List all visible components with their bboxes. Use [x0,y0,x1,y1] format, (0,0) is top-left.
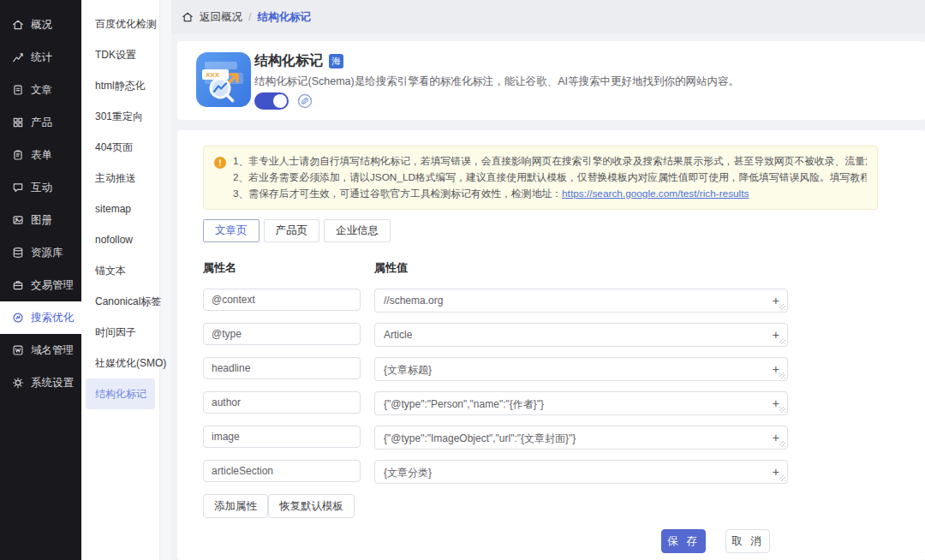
resize-handle[interactable] [779,372,785,378]
insert-variable-icon[interactable]: + [773,465,779,479]
submenu-item-html-static[interactable]: html静态化 [81,70,159,101]
submenu-item-smo[interactable]: 社媒优化(SMO) [81,348,159,378]
sidebar-item-label: 图册 [31,213,52,228]
feature-badge: 海 [329,54,343,69]
submenu-item-tdk[interactable]: TDK设置 [81,39,159,70]
sidebar-item-stats[interactable]: 统计 [0,41,81,74]
insert-variable-icon[interactable]: + [773,294,779,307]
resize-handle[interactable] [779,475,785,481]
breadcrumb-separator: / [248,11,251,23]
property-value-field[interactable]: Article + [374,323,788,347]
sidebar-item-articles[interactable]: 文章 [0,74,81,106]
tab-product-page[interactable]: 产品页 [264,219,320,242]
tab-article-page[interactable]: 文章页 [203,219,260,242]
sidebar-item-overview[interactable]: 概况 [0,9,81,41]
breadcrumb-back-link[interactable]: 返回概况 [200,10,242,25]
resize-handle[interactable] [779,441,785,447]
property-value-field[interactable]: {文章分类} + [374,460,788,484]
submenu-item-anchor[interactable]: 锚文本 [81,255,159,286]
insert-variable-icon[interactable]: + [773,328,779,342]
insert-variable-icon[interactable]: + [773,431,779,444]
sidebar-item-interaction[interactable]: 互动 [0,171,81,204]
insert-variable-icon[interactable]: + [773,396,779,410]
property-value-field[interactable]: {"@type":"ImageObject","url":"{文章封面}"} + [374,426,788,450]
gallery-icon [11,214,24,227]
article-icon [11,84,24,97]
breadcrumb: 返回概况 / 结构化标记 [171,0,925,34]
resize-handle[interactable] [779,304,785,310]
add-property-button[interactable]: 添加属性 [203,494,268,518]
link-icon[interactable] [297,93,313,109]
submenu-item-push[interactable]: 主动推送 [81,163,159,194]
column-header-value: 属性值 [374,260,408,276]
sidebar-item-seo[interactable]: 搜索优化 [0,301,81,334]
schema-editor-card: ! 1、非专业人士请勿自行填写结构化标记，若填写错误，会直接影响网页在搜索引擎的… [177,130,925,560]
resize-handle[interactable] [779,407,785,413]
save-button[interactable]: 保 存 [661,529,706,553]
home-icon [11,19,24,32]
sidebar-item-label: 系统设置 [31,376,74,390]
page: 概况 统计 文章 产品 表单 互动 图册 资源库 [0,0,925,560]
sidebar-item-label: 产品 [31,116,52,130]
column-header-name: 属性名 [203,260,236,276]
property-value-field[interactable]: {文章标题} + [374,357,788,381]
warning-icon: ! [214,157,226,169]
submenu-item-404[interactable]: 404页面 [81,132,159,163]
property-value-field[interactable]: //schema.org + [374,289,788,313]
domain-icon [11,344,24,357]
sidebar-item-products[interactable]: 产品 [0,106,81,139]
property-name-input[interactable] [203,357,361,379]
product-icon [11,116,24,129]
tab-company-info[interactable]: 企业信息 [324,219,391,242]
sidebar-item-label: 表单 [31,148,52,163]
submenu-item-canonical[interactable]: Canonical标签 [81,286,159,317]
svg-text:XXX: XXX [206,71,220,79]
template-tabs: 文章页 产品页 企业信息 [203,219,391,242]
feature-card: XXX 结构化标记 海 结构化标记(Schema)是给搜索引擎看的标准化标注，能… [177,41,925,120]
rich-results-link[interactable]: https://search.google.com/test/rich-resu… [562,188,749,200]
sidebar-item-label: 资源库 [31,246,63,260]
seo-icon [11,312,24,325]
stats-icon [11,51,24,64]
sidebar-item-domain[interactable]: 域名管理 [0,334,81,366]
seo-submenu: 百度优化检测 TDK设置 html静态化 301重定向 404页面 主动推送 s… [81,0,160,560]
property-name-input[interactable] [203,289,361,311]
restore-default-template-button[interactable]: 恢复默认模板 [268,494,355,518]
sidebar-item-label: 统计 [31,51,52,65]
home-icon [182,11,194,23]
submenu-item-sitemap[interactable]: sitemap [81,194,159,224]
notice-line-2: 2、若业务需要必须添加，请以JSON_LD格式编写，建议直接使用默认模板，仅替换… [233,170,867,186]
submenu-item-301[interactable]: 301重定向 [81,101,159,132]
property-name-input[interactable] [203,460,361,482]
feature-toggle[interactable] [254,92,289,110]
main-sidebar: 概况 统计 文章 产品 表单 互动 图册 资源库 [0,0,81,560]
insert-variable-icon[interactable]: + [773,362,779,376]
cancel-button[interactable]: 取 消 [725,529,770,553]
feature-description: 结构化标记(Schema)是给搜索引擎看的标准化标注，能让谷歌、AI等搜索中更好… [254,74,739,89]
submenu-item-nofollow[interactable]: nofollow [81,224,159,255]
notice-line-3: 3、需保存后才可生效，可通过谷歌官方工具检测标记有效性，检测地址：https:/… [233,186,867,202]
submenu-item-time-factor[interactable]: 时间因子 [81,317,159,348]
sidebar-item-label: 文章 [31,83,52,98]
sidebar-item-gallery[interactable]: 图册 [0,204,81,236]
property-name-input[interactable] [203,426,361,448]
sidebar-item-label: 域名管理 [31,343,74,358]
property-value-field[interactable]: {"@type":"Person","name":"{作者}"} + [374,391,788,415]
sidebar-item-settings[interactable]: 系统设置 [0,366,81,399]
chat-icon [11,182,24,194]
breadcrumb-current: 结构化标记 [257,10,311,25]
feature-title: 结构化标记 [254,52,323,70]
sidebar-item-label: 概况 [31,18,52,33]
library-icon [11,247,24,259]
sidebar-gap [160,0,171,560]
sidebar-item-label: 互动 [31,181,52,195]
notice-box: ! 1、非专业人士请勿自行填写结构化标记，若填写错误，会直接影响网页在搜索引擎的… [203,146,878,210]
sidebar-item-forms[interactable]: 表单 [0,139,81,171]
submenu-item-schema[interactable]: 结构化标记 [86,378,155,409]
sidebar-item-trade[interactable]: 交易管理 [0,269,81,301]
resize-handle[interactable] [779,338,785,344]
property-name-input[interactable] [203,391,361,414]
sidebar-item-library[interactable]: 资源库 [0,236,81,269]
submenu-item-baidu-check[interactable]: 百度优化检测 [81,9,159,39]
property-name-input[interactable] [203,323,361,345]
